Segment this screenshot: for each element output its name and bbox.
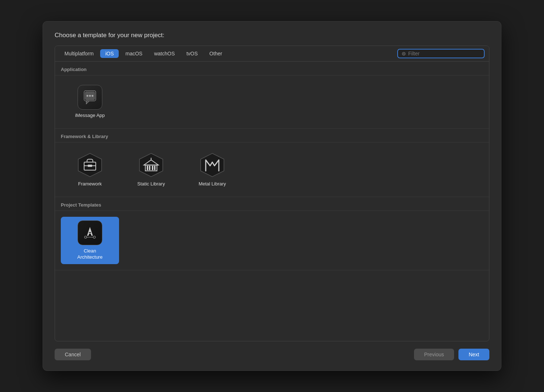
- tab-bar: Multiplatform iOS macOS watchOS tvOS Oth…: [55, 46, 489, 62]
- svg-rect-12: [154, 166, 155, 170]
- svg-point-2: [92, 95, 94, 97]
- bottom-bar: Cancel Previous Next: [55, 349, 489, 360]
- tab-macos[interactable]: macOS: [120, 49, 147, 58]
- svg-point-1: [89, 95, 91, 97]
- next-button[interactable]: Next: [458, 349, 489, 360]
- section-content-project-templates: CleanArchitecture: [55, 211, 489, 270]
- svg-point-19: [93, 236, 95, 238]
- template-item-metal-library[interactable]: Metal Library: [183, 148, 241, 191]
- dialog-title: Choose a template for your new project:: [55, 32, 489, 39]
- tab-watchos[interactable]: watchOS: [149, 49, 180, 58]
- svg-rect-9: [147, 166, 148, 170]
- framework-icon: [77, 152, 103, 178]
- section-header-project-templates: Project Templates: [55, 197, 489, 211]
- template-item-framework[interactable]: Framework: [61, 148, 119, 191]
- section-header-framework-library: Framework & Library: [55, 129, 489, 142]
- previous-button[interactable]: Previous: [414, 349, 454, 360]
- tab-ios[interactable]: iOS: [100, 49, 119, 58]
- tab-other[interactable]: Other: [204, 49, 227, 58]
- template-item-imessage-app[interactable]: iMessage App: [61, 81, 119, 122]
- tab-tvos[interactable]: tvOS: [181, 49, 203, 58]
- svg-rect-11: [152, 166, 153, 170]
- scroll-area[interactable]: Application: [55, 62, 489, 341]
- static-library-icon: [138, 152, 164, 178]
- template-label-metal-library: Metal Library: [198, 181, 226, 187]
- metal-library-icon: [199, 152, 225, 178]
- clean-architecture-icon: [78, 220, 102, 245]
- template-label-framework: Framework: [78, 181, 102, 187]
- template-label-clean-architecture: CleanArchitecture: [77, 248, 102, 260]
- cancel-button[interactable]: Cancel: [55, 349, 91, 360]
- template-item-static-library[interactable]: Static Library: [122, 148, 180, 191]
- nav-buttons: Previous Next: [414, 349, 489, 360]
- filter-icon: ⊜: [402, 51, 406, 56]
- content-area: Multiplatform iOS macOS watchOS tvOS Oth…: [55, 46, 489, 341]
- svg-point-18: [84, 236, 87, 238]
- svg-rect-10: [149, 166, 150, 170]
- template-label-imessage-app: iMessage App: [75, 113, 105, 119]
- template-label-static-library: Static Library: [137, 181, 165, 187]
- section-content-framework-library: Framework: [55, 142, 489, 197]
- svg-rect-6: [88, 165, 92, 167]
- section-content-application: iMessage App: [55, 75, 489, 129]
- imessage-app-icon: [78, 85, 102, 110]
- svg-point-0: [87, 95, 88, 97]
- filter-input[interactable]: [408, 51, 480, 56]
- template-item-clean-architecture[interactable]: CleanArchitecture: [61, 217, 119, 264]
- new-project-dialog: Choose a template for your new project: …: [43, 21, 501, 371]
- section-header-application: Application: [55, 62, 489, 75]
- tab-multiplatform[interactable]: Multiplatform: [59, 49, 99, 58]
- filter-wrapper: ⊜: [397, 49, 485, 58]
- svg-marker-16: [201, 153, 224, 177]
